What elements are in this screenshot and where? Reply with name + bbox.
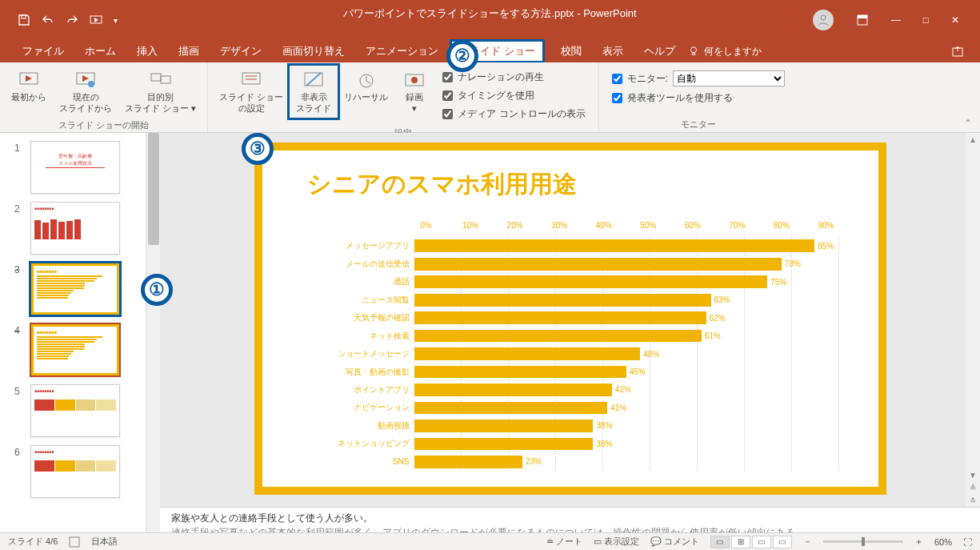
thumb-num: 2 bbox=[14, 202, 26, 215]
close-button[interactable]: ✕ bbox=[951, 14, 959, 26]
editor-scrollbar[interactable]: ▲ ▼ ≜ ≛ bbox=[966, 133, 980, 507]
chart-bar-label: 天気予報の確認 bbox=[310, 312, 414, 323]
presenter-view-check[interactable]: 発表者ツールを使用する bbox=[612, 91, 785, 105]
save-icon[interactable] bbox=[18, 14, 30, 26]
thumb-num: 5 bbox=[14, 384, 26, 397]
notes-button[interactable]: ≐ ノート bbox=[546, 536, 582, 548]
accessibility-icon[interactable] bbox=[69, 536, 80, 548]
current-slide[interactable]: シニアのスマホ利用用途 0%10%20%30%40%50%60%70%80%90… bbox=[254, 143, 886, 495]
ribbon-group-start-label: スライド ショーの開始 bbox=[5, 118, 202, 131]
tab-transitions[interactable]: 画面切り替え bbox=[274, 41, 353, 62]
thumb-num: 3 bbox=[14, 263, 26, 275]
next-slide-icon[interactable]: ≛ bbox=[966, 494, 980, 507]
fit-to-window-button[interactable]: ⛶ bbox=[963, 537, 972, 547]
tab-home[interactable]: ホーム bbox=[77, 41, 124, 62]
chart-bar-fill bbox=[414, 402, 607, 415]
slide-thumb-2[interactable]: ■■■■■■■■ bbox=[30, 202, 120, 255]
display-settings-button[interactable]: ▭ 表示設定 bbox=[594, 536, 639, 548]
custom-slideshow-label-1: 目的別 bbox=[147, 91, 174, 102]
hide-slide-label-2: スライド bbox=[296, 102, 331, 114]
tab-view[interactable]: 表示 bbox=[594, 41, 631, 62]
tab-insert[interactable]: 挿入 bbox=[129, 41, 166, 62]
chart-tick: 90% bbox=[814, 221, 838, 237]
presentation-current-icon bbox=[75, 69, 96, 91]
hide-slide-button[interactable]: 非表示 スライド bbox=[290, 66, 338, 118]
language-label[interactable]: 日本語 bbox=[91, 536, 118, 548]
thumb-scrollbar[interactable] bbox=[146, 133, 160, 532]
custom-slideshow-icon bbox=[150, 69, 171, 91]
reading-view-button[interactable]: ▭ bbox=[752, 536, 771, 548]
media-controls-check[interactable]: メディア コントロールの表示 bbox=[442, 107, 585, 121]
zoom-handle[interactable] bbox=[862, 537, 865, 546]
annotation-1: ① bbox=[141, 274, 173, 306]
normal-view-button[interactable]: ▭ bbox=[710, 536, 730, 548]
slide-thumb-5[interactable]: ■■■■■■■■ bbox=[30, 384, 120, 437]
chart-bar-label: ニュース閲覧 bbox=[310, 295, 414, 306]
hide-slide-label-1: 非表示 bbox=[301, 91, 327, 102]
chart-bar-value: 41% bbox=[607, 403, 626, 412]
notes-pane[interactable]: 家族や友人との連絡手段として使う人が多い。 連絡手段や写真などの基本的な利用範囲… bbox=[160, 507, 980, 532]
from-current-label-2: スライドから bbox=[59, 102, 112, 114]
svg-point-9 bbox=[88, 81, 94, 87]
redo-icon[interactable] bbox=[66, 14, 78, 26]
narration-check[interactable]: ナレーションの再生 bbox=[442, 70, 585, 84]
prev-slide-icon[interactable]: ≜ bbox=[966, 481, 980, 494]
setup-slideshow-button[interactable]: スライド ショー の設定 bbox=[213, 66, 290, 118]
timings-check[interactable]: タイミングを使用 bbox=[442, 89, 585, 102]
record-button[interactable]: 録画 ▾ bbox=[394, 66, 434, 118]
zoom-percent[interactable]: 60% bbox=[934, 537, 952, 547]
monitor-select[interactable]: 自動 bbox=[673, 70, 785, 86]
svg-rect-11 bbox=[161, 76, 170, 83]
view-buttons: ▭ ⊞ ▭ ▭ bbox=[710, 536, 792, 548]
tab-animations[interactable]: アニメーション bbox=[358, 41, 446, 62]
tell-me-search[interactable]: 何をしますか bbox=[688, 45, 762, 58]
chart-bar-fill bbox=[414, 456, 522, 468]
from-beginning-button[interactable]: 最初から bbox=[5, 66, 53, 106]
chart-bar-value: 61% bbox=[702, 331, 721, 340]
slide-position: スライド 4/6 bbox=[8, 536, 58, 548]
undo-icon[interactable] bbox=[42, 14, 54, 26]
comments-button[interactable]: 💬 コメント bbox=[650, 536, 699, 548]
sorter-view-button[interactable]: ⊞ bbox=[731, 536, 750, 548]
maximize-button[interactable]: □ bbox=[923, 14, 929, 26]
from-current-button[interactable]: 現在の スライドから bbox=[53, 66, 118, 118]
slide-thumb-3[interactable]: ■■■■■■■ bbox=[30, 263, 120, 315]
chart-bar-label: ネットショッピング bbox=[310, 438, 414, 449]
user-avatar-icon[interactable] bbox=[813, 10, 834, 30]
tell-me-label: 何をしますか bbox=[704, 45, 762, 58]
chart-bar-row: 通話75% bbox=[310, 273, 838, 291]
scroll-up-icon[interactable]: ▲ bbox=[966, 133, 980, 146]
zoom-out-button[interactable]: － bbox=[803, 536, 812, 548]
zoom-in-button[interactable]: ＋ bbox=[914, 536, 923, 548]
slideshow-view-button[interactable]: ▭ bbox=[773, 536, 792, 548]
monitor-enable-check[interactable] bbox=[612, 74, 622, 84]
zoom-slider[interactable] bbox=[823, 540, 903, 543]
tab-draw[interactable]: 描画 bbox=[170, 41, 207, 62]
collapse-ribbon-icon[interactable]: ⌃ bbox=[964, 118, 972, 129]
tab-review[interactable]: 校閲 bbox=[553, 41, 590, 62]
chart-bar-row: ショートメッセージ48% bbox=[310, 345, 838, 363]
tab-file[interactable]: ファイル bbox=[14, 41, 72, 62]
share-icon[interactable] bbox=[951, 45, 964, 58]
minimize-button[interactable]: ― bbox=[891, 14, 901, 26]
slide-thumb-4[interactable]: ■■■■■■■ bbox=[30, 323, 120, 376]
media-controls-check-label: メディア コントロールの表示 bbox=[458, 107, 585, 121]
annotation-2: ② bbox=[446, 40, 478, 72]
scroll-thumb[interactable] bbox=[148, 133, 159, 245]
rehearse-button[interactable]: リハーサル bbox=[338, 66, 394, 106]
slide-thumb-6[interactable]: ■■■■■■■■ bbox=[30, 445, 120, 498]
chart-bar-row: SNS23% bbox=[310, 453, 838, 471]
slide-thumb-1[interactable]: 若年層・高齢層スマホ使用状況 bbox=[30, 141, 120, 194]
chart-bar-row: ネット検索61% bbox=[310, 327, 838, 344]
slideshow-from-start-icon[interactable] bbox=[90, 14, 102, 26]
tab-help[interactable]: ヘルプ bbox=[636, 41, 683, 62]
annotation-3: ③ bbox=[242, 133, 274, 165]
scroll-down-icon[interactable]: ▼ bbox=[966, 468, 980, 481]
chart-bar-row: 天気予報の確認62% bbox=[310, 309, 838, 327]
record-label-2: ▾ bbox=[412, 102, 417, 114]
qat-dropdown-icon[interactable]: ▾ bbox=[114, 16, 118, 25]
ribbon-display-options-icon[interactable] bbox=[856, 14, 869, 26]
tab-design[interactable]: デザイン bbox=[212, 41, 270, 62]
custom-slideshow-button[interactable]: 目的別 スライド ショー ▾ bbox=[118, 66, 202, 118]
thumb-num: 4 bbox=[14, 323, 26, 336]
